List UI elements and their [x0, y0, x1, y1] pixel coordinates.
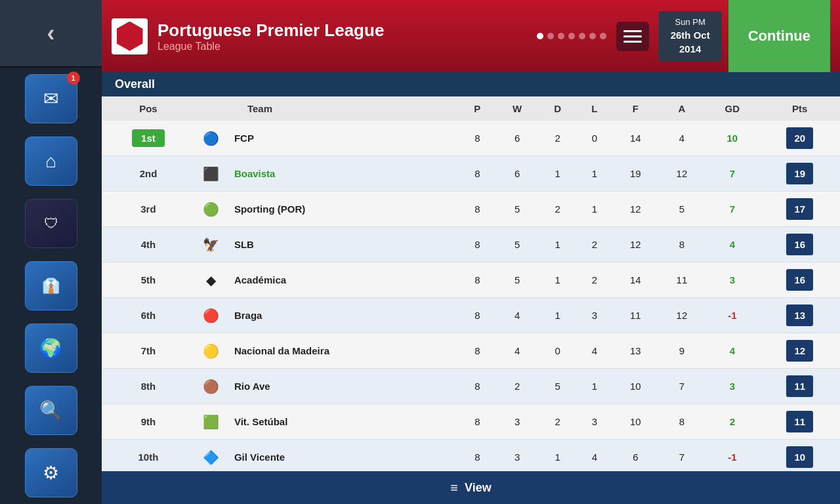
- menu-line-3: [623, 41, 642, 43]
- team-name-cell: Rio Ave: [228, 369, 459, 404]
- dot-3[interactable]: [558, 33, 564, 39]
- col-w-value: 6: [495, 156, 538, 192]
- team-name-cell: Gil Vicente: [228, 440, 459, 472]
- table-row[interactable]: 7th🟡Nacional da Madeira8404139412: [102, 333, 840, 369]
- col-p-value: 8: [459, 227, 495, 262]
- pts-value: 19: [759, 156, 840, 192]
- pts-value: 13: [759, 298, 840, 333]
- globe-icon: 🌍: [39, 337, 62, 359]
- col-f: F: [612, 96, 659, 121]
- table-row[interactable]: 8th🟤Rio Ave8251107311: [102, 369, 840, 404]
- continue-button[interactable]: Continue: [728, 0, 830, 72]
- home-button[interactable]: ⌂: [25, 136, 77, 186]
- col-d-value: 1: [539, 298, 577, 333]
- pts-value: 10: [759, 440, 840, 472]
- col-p-value: 8: [459, 369, 495, 404]
- pts-badge: 17: [786, 198, 813, 220]
- pts-value: 20: [759, 121, 840, 156]
- dot-6[interactable]: [589, 33, 596, 39]
- col-l-value: 0: [577, 121, 612, 156]
- table-row[interactable]: 5th◆Académica85121411316: [102, 262, 840, 298]
- pos-badge: 1st: [132, 129, 165, 147]
- table-row[interactable]: 2nd⬛Boavista86111912719: [102, 156, 840, 192]
- col-p: P: [459, 96, 495, 121]
- person-icon: 👔: [42, 278, 60, 295]
- view-button[interactable]: ≡ View: [450, 480, 491, 495]
- table-row[interactable]: 1st🔵FCP86201441020: [102, 121, 840, 156]
- table-row[interactable]: 10th🔷Gil Vicente831467-110: [102, 440, 840, 472]
- col-a: A: [659, 96, 705, 121]
- league-title: Portuguese Premier League: [158, 20, 537, 41]
- tactics-button[interactable]: 👔: [25, 261, 77, 310]
- team-logo: 🦅: [201, 234, 222, 255]
- col-a-value: 12: [659, 156, 705, 192]
- team-logo-cell: 🟩: [195, 404, 228, 440]
- col-w-value: 4: [495, 333, 538, 369]
- team-name-cell: Sporting (POR): [228, 192, 459, 227]
- team-name-cell: Braga: [228, 298, 459, 333]
- table-row[interactable]: 9th🟩Vit. Setúbal8323108211: [102, 404, 840, 440]
- gd-value: 3: [705, 262, 759, 298]
- menu-button[interactable]: [616, 22, 649, 51]
- dot-7[interactable]: [600, 33, 606, 39]
- view-label: View: [465, 481, 492, 495]
- col-l-value: 1: [577, 192, 612, 227]
- col-p-value: 8: [459, 333, 495, 369]
- col-f-value: 11: [612, 298, 659, 333]
- search-button[interactable]: 🔍: [25, 386, 77, 435]
- message-badge: 1: [67, 72, 80, 85]
- pts-value: 11: [759, 404, 840, 440]
- pos-cell: 8th: [102, 369, 195, 404]
- team-name-cell: Boavista: [228, 156, 459, 192]
- pts-badge: 20: [786, 127, 813, 149]
- date-year: 2014: [671, 42, 710, 56]
- settings-icon: ⚙: [43, 462, 59, 484]
- team-logo: 🔵: [201, 128, 222, 149]
- settings-button[interactable]: ⚙: [25, 448, 77, 497]
- col-d-value: 1: [539, 440, 577, 472]
- table-row[interactable]: 4th🦅SLB8512128416: [102, 227, 840, 262]
- pos-cell: 4th: [102, 227, 195, 262]
- team-logo-cell: ◆: [195, 262, 228, 298]
- table-row[interactable]: 6th🔴Braga84131112-113: [102, 298, 840, 333]
- pts-badge: 11: [786, 375, 813, 397]
- dot-2[interactable]: [547, 33, 554, 39]
- pts-badge: 13: [786, 304, 813, 326]
- table-row[interactable]: 3rd🟢Sporting (POR)8521125717: [102, 192, 840, 227]
- col-team: Team: [195, 96, 459, 121]
- team-logo-cell: 🦅: [195, 227, 228, 262]
- gd-value: -1: [705, 298, 759, 333]
- badge-button[interactable]: 🛡: [25, 199, 77, 248]
- col-d-value: 2: [539, 404, 577, 440]
- team-logo: ⬛: [201, 163, 222, 184]
- col-l-value: 2: [577, 262, 612, 298]
- back-button[interactable]: ‹: [0, 0, 102, 68]
- date-day: Sun PM: [671, 16, 710, 28]
- col-p-value: 8: [459, 262, 495, 298]
- col-a-value: 8: [659, 404, 705, 440]
- messages-button[interactable]: ✉ 1: [25, 74, 77, 123]
- content-area: Overall Pos Team P W D L F A GD Pts: [102, 72, 840, 504]
- dot-4[interactable]: [568, 33, 575, 39]
- col-l: L: [577, 96, 612, 121]
- dot-1[interactable]: [537, 33, 543, 39]
- team-logo: ◆: [201, 270, 222, 291]
- globe-button[interactable]: 🌍: [25, 324, 77, 373]
- main-area: Portuguese Premier League League Table S…: [102, 0, 840, 504]
- dot-5[interactable]: [579, 33, 585, 39]
- view-icon: ≡: [450, 480, 458, 495]
- team-logo: 🟩: [201, 411, 222, 432]
- col-p-value: 8: [459, 440, 495, 472]
- view-bar[interactable]: ≡ View: [102, 471, 840, 504]
- league-table[interactable]: Pos Team P W D L F A GD Pts 1st🔵FCP86201…: [102, 96, 840, 471]
- col-w-value: 4: [495, 298, 538, 333]
- col-f-value: 12: [612, 192, 659, 227]
- col-w: W: [495, 96, 538, 121]
- pts-value: 11: [759, 369, 840, 404]
- pts-badge: 10: [786, 446, 813, 468]
- col-p-value: 8: [459, 404, 495, 440]
- team-logo: 🟤: [201, 376, 222, 397]
- pos-cell: 3rd: [102, 192, 195, 227]
- team-logo-cell: 🟤: [195, 369, 228, 404]
- col-f-value: 14: [612, 262, 659, 298]
